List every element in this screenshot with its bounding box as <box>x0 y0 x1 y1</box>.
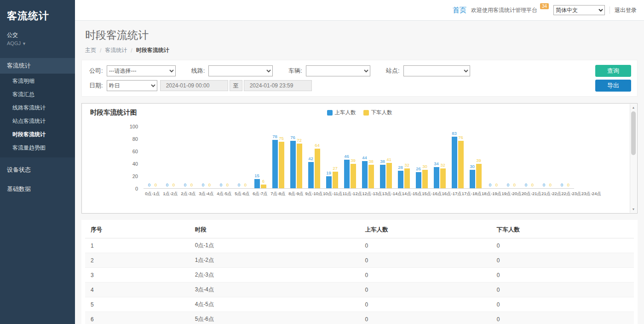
sidebar-item[interactable]: 时段客流统计 <box>0 128 75 141</box>
legend-item[interactable]: 上车人数 <box>327 109 356 116</box>
bar-value-label: 44 <box>362 155 367 160</box>
bar-value-label: 0 <box>513 182 516 187</box>
bar-value-label: 6 <box>262 179 264 184</box>
table-cell: 4点-5点 <box>190 297 360 312</box>
start-date-input[interactable] <box>160 80 228 91</box>
bar-alighting: 32 <box>404 127 410 188</box>
bar-value-label: 42 <box>308 156 313 161</box>
scroll-down-icon[interactable]: ▼ <box>630 208 637 211</box>
bar-rect: 32 <box>440 168 446 188</box>
table-cell: 5点-6点 <box>190 312 360 324</box>
x-axis-label: 20点-21点 <box>522 191 541 197</box>
column-header: 下车人数 <box>491 222 634 238</box>
scroll-up-icon[interactable]: ▲ <box>630 106 637 109</box>
vehicle-label: 车辆: <box>288 67 302 75</box>
table-cell: 2 <box>85 253 190 268</box>
sidebar-section[interactable]: 设备状态 <box>0 162 75 178</box>
sidebar-item[interactable]: 客流量趋势图 <box>0 141 75 155</box>
page-header: 时段客流统计 主页/客流统计/时段客流统计 <box>75 21 644 60</box>
bar-value-label: 34 <box>434 161 439 166</box>
bar-rect: 78 <box>272 140 278 188</box>
date-label: 日期: <box>89 81 103 90</box>
bar-rect: 15 <box>254 179 260 188</box>
page-title: 时段客流统计 <box>85 28 634 42</box>
table-cell: 0 <box>359 312 491 324</box>
table-head: 序号时段上车人数下车人数 <box>85 222 634 238</box>
vehicle-select[interactable] <box>306 65 370 76</box>
bar-value-label: 27 <box>333 166 338 171</box>
table-cell: 0 <box>491 297 634 312</box>
table-row: 43点-4点00 <box>85 283 634 297</box>
date-preset-select[interactable]: 昨日 <box>107 80 157 91</box>
sidebar-item[interactable]: 站点客流统计 <box>0 115 75 128</box>
column-header: 上车人数 <box>359 222 491 238</box>
chart-panel: 时段车流统计图 上车人数下车人数 020406080100 0000000000… <box>81 103 638 214</box>
language-select[interactable]: 简体中文 <box>553 5 605 15</box>
sidebar-submenu: 客流明细客流汇总线路客流统计站点客流统计时段客流统计客流量趋势图 <box>0 74 75 157</box>
bar-boarding: 76 <box>290 127 296 188</box>
bar-value-label: 19 <box>326 170 331 175</box>
bar-boarding: 78 <box>272 127 278 188</box>
bar-alighting: 39 <box>476 127 482 188</box>
chart-scrollbar[interactable]: ▲ ▼ <box>630 104 637 213</box>
y-tick-label: 100 <box>130 124 138 129</box>
bar-alighting: 0 <box>171 127 177 188</box>
date-to-label: 至 <box>230 80 242 91</box>
table-panel: 序号时段上车人数下车人数 10点-1点0021点-2点0032点-3点0043点… <box>81 220 638 324</box>
station-select[interactable] <box>403 65 470 76</box>
bar-alighting: 30 <box>422 127 428 188</box>
bar-alighting: 0 <box>494 127 500 188</box>
org-selector[interactable]: AQGJ▼ <box>0 40 75 52</box>
bar-boarding: 0 <box>236 127 242 188</box>
end-date-input[interactable] <box>244 80 312 91</box>
bar-value-label: 0 <box>549 182 552 187</box>
scroll-thumb[interactable] <box>631 111 636 155</box>
bar-group: 3039 <box>466 127 484 188</box>
bar-value-label: 0 <box>244 182 247 187</box>
home-link[interactable]: 首页 <box>453 6 466 15</box>
sidebar-item[interactable]: 客流汇总 <box>0 88 75 101</box>
bar-group: 3841 <box>377 127 395 188</box>
bar-rect: 19 <box>326 176 332 188</box>
sidebar-section[interactable]: 基础数据 <box>0 181 75 197</box>
bar-group: 00 <box>233 127 251 188</box>
bar-group: 00 <box>484 127 502 188</box>
bar-rect: 46 <box>344 160 350 188</box>
x-axis-label: 8点-9点 <box>287 191 305 197</box>
breadcrumb-link[interactable]: 主页 <box>85 46 96 54</box>
chart-plot: 0000000000001567875767242641927463944383… <box>144 127 574 189</box>
bar-value-label: 46 <box>344 154 349 159</box>
sidebar-item[interactable]: 客流明细 <box>0 75 75 88</box>
company-label: 公司: <box>89 67 103 75</box>
x-axis-label: 11点-12点 <box>343 191 362 197</box>
table-header-row: 序号时段上车人数下车人数 <box>85 222 634 238</box>
bar-rect: 39 <box>476 164 482 188</box>
legend-item[interactable]: 下车人数 <box>363 109 392 116</box>
bar-alighting: 0 <box>548 127 553 188</box>
export-button[interactable]: 导出 <box>595 80 631 92</box>
bar-rect: 30 <box>470 170 475 189</box>
sidebar-item[interactable]: 线路客流统计 <box>0 101 75 115</box>
breadcrumb-link[interactable]: 客流统计 <box>105 46 127 54</box>
table-cell: 1 <box>85 238 190 253</box>
bar-group: 1927 <box>323 127 341 188</box>
bar-rect: 42 <box>308 162 314 188</box>
bar-boarding: 15 <box>254 127 260 188</box>
bar-alighting: 27 <box>333 127 338 188</box>
bar-boarding: 30 <box>470 127 475 188</box>
company-select[interactable]: ---请选择--- <box>107 65 176 76</box>
query-button[interactable]: 查询 <box>595 65 631 77</box>
line-select[interactable] <box>208 65 273 76</box>
x-axis-label: 23点-24点 <box>581 191 601 197</box>
table-row: 10点-1点00 <box>85 238 634 253</box>
table-cell: 0 <box>491 268 634 283</box>
legend-swatch-icon <box>327 110 333 116</box>
bar-boarding: 83 <box>452 127 457 188</box>
bar-boarding: 42 <box>308 127 314 188</box>
bar-group: 4639 <box>341 127 359 188</box>
bar-group: 00 <box>144 127 161 188</box>
x-axis-label: 17点-18点 <box>462 191 482 197</box>
logout-link[interactable]: 退出登录 <box>615 6 637 14</box>
filter-row-1: 公司: ---请选择--- 线路: 车辆: 站点: 查询 <box>89 65 631 77</box>
sidebar-section[interactable]: 客流统计 <box>0 58 75 74</box>
